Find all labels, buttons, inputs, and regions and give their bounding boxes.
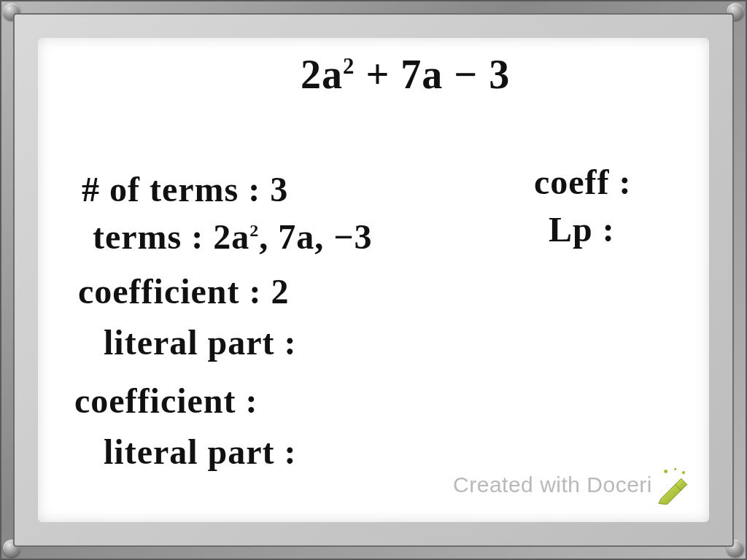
coefficient-2-line: coefficient : [74, 381, 258, 421]
svg-point-0 [664, 470, 667, 473]
literal-part-1-line: literal part : [104, 322, 297, 362]
num-terms-line: # of terms : 3 [82, 169, 288, 209]
whiteboard-surface: 2a2 + 7a − 3 # of terms : 3 terms : 2a2,… [38, 38, 709, 522]
coefficient-1-line: coefficient : 2 [78, 271, 290, 311]
doceri-logo-icon [655, 467, 693, 505]
coeff-short-line: coeff : [534, 162, 632, 202]
whiteboard-outer-frame: 2a2 + 7a − 3 # of terms : 3 terms : 2a2,… [0, 0, 747, 560]
literal-part-2-line: literal part : [104, 432, 297, 472]
whiteboard-inner-frame: 2a2 + 7a − 3 # of terms : 3 terms : 2a2,… [13, 13, 734, 547]
lp-short-line: Lp : [549, 209, 615, 249]
svg-point-2 [682, 471, 685, 474]
svg-point-1 [674, 468, 676, 470]
polynomial-expression: 2a2 + 7a − 3 [301, 51, 510, 98]
watermark-text: Created with Doceri [453, 472, 652, 497]
terms-line: terms : 2a2, 7a, −3 [93, 217, 373, 257]
